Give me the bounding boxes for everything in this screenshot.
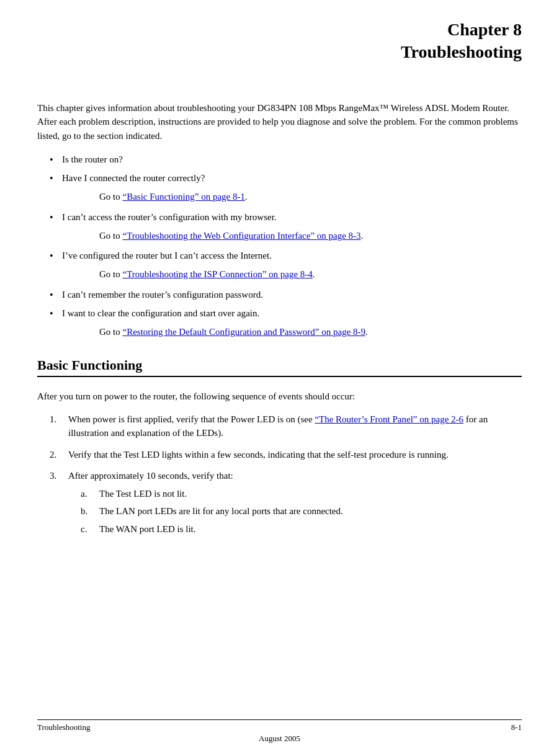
- goto-line: Go to “Troubleshooting the Web Configura…: [99, 229, 522, 243]
- chapter-title: Chapter 8 Troubleshooting: [37, 19, 522, 64]
- bullet-text: Is the router on?: [62, 153, 522, 167]
- bullet-dot: •: [50, 306, 62, 321]
- bullet-dot: •: [50, 171, 62, 186]
- bullet-dot: •: [50, 288, 62, 303]
- section-heading: Basic Functioning: [37, 357, 142, 373]
- bullet-text: I want to clear the configuration and st…: [62, 306, 522, 321]
- page-container: Chapter 8 Troubleshooting This chapter g…: [0, 0, 559, 756]
- sub-label: b.: [81, 504, 99, 518]
- list-item: • Have I connected the router correctly?: [50, 171, 522, 186]
- list-item: 1. When power is first applied, verify t…: [50, 412, 522, 440]
- sub-label: a.: [81, 487, 99, 501]
- list-item: • I can’t access the router’s configurat…: [50, 210, 522, 225]
- list-text: When power is first applied, verify that…: [68, 412, 522, 440]
- list-item: a. The Test LED is not lit.: [81, 487, 522, 501]
- list-item: • Is the router on?: [50, 153, 522, 167]
- basic-functioning-link[interactable]: “Basic Functioning” on page 8-1: [123, 192, 245, 202]
- chapter-header: Chapter 8 Troubleshooting: [37, 19, 522, 64]
- list-item: • I want to clear the configuration and …: [50, 306, 522, 321]
- list-number: 3.: [50, 469, 68, 483]
- intro-paragraph: This chapter gives information about tro…: [37, 101, 522, 143]
- footer-right: 8-1: [511, 723, 522, 732]
- section-content: After you turn on power to the router, t…: [37, 389, 522, 540]
- goto-line: Go to “Troubleshooting the ISP Connectio…: [99, 267, 522, 282]
- list-text: Verify that the Test LED lights within a…: [68, 448, 522, 462]
- list-item: b. The LAN port LEDs are lit for any loc…: [81, 504, 522, 518]
- list-item: 3. After approximately 10 seconds, verif…: [50, 469, 522, 540]
- list-number: 1.: [50, 412, 68, 427]
- list-item: • I’ve configured the router but I can’t…: [50, 249, 522, 264]
- bullet-dot: •: [50, 153, 62, 167]
- sub-list: a. The Test LED is not lit. b. The LAN p…: [81, 487, 522, 536]
- basic-functioning-section-header: Basic Functioning: [37, 357, 522, 377]
- isp-connection-link[interactable]: “Troubleshooting the ISP Connection” on …: [123, 269, 313, 279]
- front-panel-link[interactable]: “The Router’s Front Panel” on page 2-6: [315, 414, 463, 424]
- sub-text: The Test LED is not lit.: [99, 487, 522, 501]
- bullet-dot: •: [50, 210, 62, 225]
- bullet-list: • Is the router on? • Have I connected t…: [50, 153, 522, 339]
- footer-content: Troubleshooting 8-1: [37, 723, 522, 732]
- bullet-text: I’ve configured the router but I can’t a…: [62, 249, 522, 263]
- footer-divider: [37, 719, 522, 720]
- bullet-dot: •: [50, 249, 62, 264]
- footer-center: August 2005: [37, 734, 522, 744]
- restore-default-link[interactable]: “Restoring the Default Configuration and…: [123, 327, 366, 337]
- numbered-list: 1. When power is first applied, verify t…: [50, 412, 522, 540]
- sub-text: The LAN port LEDs are lit for any local …: [99, 504, 522, 518]
- list-number: 2.: [50, 448, 68, 462]
- footer-left: Troubleshooting: [37, 723, 90, 732]
- page-footer: Troubleshooting 8-1 August 2005: [0, 719, 559, 744]
- goto-line: Go to “Restoring the Default Configurati…: [99, 325, 522, 339]
- chapter-label: Chapter 8: [447, 20, 522, 39]
- goto-line: Go to “Basic Functioning” on page 8-1.: [99, 190, 522, 204]
- section-intro: After you turn on power to the router, t…: [37, 389, 522, 404]
- bullet-text: I can’t remember the router’s configurat…: [62, 288, 522, 302]
- list-text: After approximately 10 seconds, verify t…: [68, 469, 522, 540]
- web-config-link[interactable]: “Troubleshooting the Web Configuration I…: [123, 231, 361, 241]
- list-item: 2. Verify that the Test LED lights withi…: [50, 448, 522, 462]
- sub-text: The WAN port LED is lit.: [99, 522, 522, 536]
- sub-label: c.: [81, 522, 99, 536]
- bullet-text: I can’t access the router’s configuratio…: [62, 210, 522, 225]
- chapter-heading: Troubleshooting: [401, 42, 522, 61]
- bullet-text: Have I connected the router correctly?: [62, 171, 522, 185]
- list-item: c. The WAN port LED is lit.: [81, 522, 522, 536]
- list-item: • I can’t remember the router’s configur…: [50, 288, 522, 303]
